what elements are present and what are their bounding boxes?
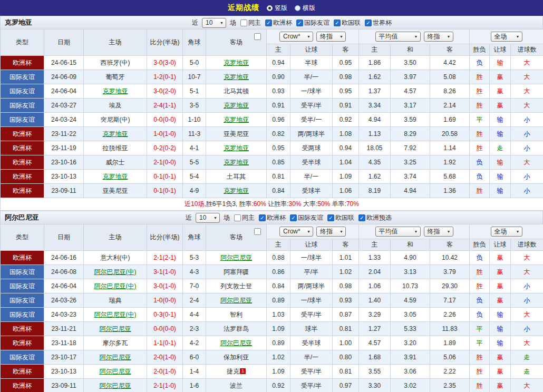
league-checkbox[interactable] [334,19,341,26]
away-team-link[interactable]: 阿塞拜疆 [224,268,249,276]
league-filter-0[interactable]: 欧洲杯 [259,213,286,222]
away-team-link[interactable]: 波兰 [230,382,243,389]
match-row: 欧洲杯23-09-11阿尔巴尼亚2-1(1-0)1-6波兰0.92受平/半0.9… [1,379,543,392]
away-team-link[interactable]: 克罗地亚 [224,159,249,166]
euro-draw-odds: 3.13 [391,265,430,279]
asian-odds-company-select[interactable]: Crow*▼ [279,227,313,237]
corner-cell: 4-3 [183,265,206,279]
away-team-link[interactable]: 克罗地亚 [224,59,249,66]
home-team-link[interactable]: 拉脱维亚 [103,144,128,152]
away-team-link[interactable]: 保加利亚 [224,354,249,361]
league-checkbox[interactable] [327,214,334,221]
league-label: 国际友谊 [304,18,329,27]
home-team-link[interactable]: 突尼斯(中) [101,116,130,123]
match-count-select[interactable]: 10▼ [202,18,226,28]
euro-odds-index-select[interactable]: 终指▼ [424,32,453,42]
home-team-link[interactable]: 阿尔巴尼亚 [100,382,131,389]
euro-odds-index-select[interactable]: 终指▼ [424,227,453,237]
same-home-label: 同主 [248,18,261,27]
league-checkbox[interactable] [296,19,303,26]
asian-odds-company-select[interactable]: Crow*▼ [279,32,313,42]
home-team-link[interactable]: 阿尔巴尼亚 [100,354,131,361]
corner-cell: 5-1 [183,84,206,99]
same-home-toggle[interactable]: 同主 [234,213,255,222]
away-team-link[interactable]: 捷克 [227,368,239,375]
home-team-link[interactable]: 阿尔巴尼亚 [100,325,131,332]
same-home-checkbox[interactable] [240,19,247,26]
home-team-link[interactable]: 克罗地亚 [103,130,128,138]
away-team-link[interactable]: 阿尔巴尼亚 [220,297,252,304]
league-type: 欧洲杯 [1,170,44,184]
league-filter-1[interactable]: 国际友谊 [290,213,323,222]
league-checkbox[interactable] [259,214,266,221]
league-filter-0[interactable]: 欧洲杯 [265,18,292,27]
league-filter-3[interactable]: 欧洲预选 [358,213,392,222]
asian-odds-index-select[interactable]: 终指▼ [316,32,346,42]
away-team-link[interactable]: 克罗地亚 [224,144,249,152]
home-team-link[interactable]: 亚美尼亚 [103,187,128,194]
home-team-link[interactable]: 埃及 [109,102,122,109]
away-team-link[interactable]: 列支敦士登 [220,282,252,290]
league-filter-2[interactable]: 欧国联 [334,18,361,27]
home-team-link[interactable]: 摩尔多瓦 [103,339,128,347]
vertical-layout-option[interactable]: 竖版 [267,4,287,13]
away-team-link[interactable]: 法罗群岛 [224,325,249,332]
league-label: 欧国联 [342,18,361,27]
home-team-link[interactable]: 瑞典 [109,297,122,304]
away-team-link[interactable]: 克罗地亚 [224,187,249,194]
away-team-link[interactable]: 克罗地亚 [224,116,249,123]
radio-unselected-icon[interactable] [295,5,300,11]
odds-filter-checkbox[interactable] [254,33,261,40]
euro-odds-company-select[interactable]: 平均值▼ [375,227,421,237]
home-team-link[interactable]: 克罗地亚 [103,87,128,95]
match-scope-select[interactable]: 全场▼ [491,32,522,42]
odds-filter-checkbox[interactable] [254,228,261,235]
home-team-link[interactable]: 威尔士 [106,159,125,166]
home-team-link[interactable]: 阿尔巴尼亚(中) [94,282,137,290]
away-team-link[interactable]: 克罗地亚 [224,102,249,109]
away-team-link[interactable]: 阿尔巴尼亚 [220,254,252,261]
same-home-checkbox[interactable] [234,214,241,221]
team-name: 克罗地亚 [5,18,32,27]
league-filter-2[interactable]: 欧国联 [327,213,354,222]
away-team-link[interactable]: 北马其顿 [224,87,249,95]
home-team-link[interactable]: 西班牙(中) [101,59,130,66]
league-checkbox[interactable] [265,19,272,26]
home-team-link[interactable]: 克罗地亚 [103,173,128,180]
home-team-link[interactable]: 阿尔巴尼亚 [100,368,131,375]
euro-away-odds: 11.83 [430,322,470,336]
league-checkbox[interactable] [358,214,365,221]
euro-home-odds: 18.05 [359,141,391,155]
league-filter-1[interactable]: 国际友谊 [296,18,329,27]
goals-result-cell: 小 [511,141,543,155]
match-scope-select[interactable]: 全场▼ [491,227,522,237]
same-home-toggle[interactable]: 同主 [240,18,261,27]
away-team-link[interactable]: 克罗地亚 [224,73,249,81]
home-team-link[interactable]: 葡萄牙 [106,73,125,81]
away-team-link[interactable]: 亚美尼亚 [224,130,249,138]
away-team-link[interactable]: 智利 [230,311,243,318]
match-count-select[interactable]: 10▼ [196,213,220,223]
scope-filter-cell: 全场▼ [470,224,543,239]
away-team-link[interactable]: 阿尔巴尼亚 [220,339,252,347]
league-filter-3[interactable]: 世界杯 [365,18,392,27]
league-checkbox[interactable] [365,19,372,26]
asian-odds-index-select[interactable]: 终指▼ [316,227,346,237]
select-value: 全场 [494,227,507,236]
corner-cell: 4-1 [183,141,206,155]
summary-text: ,胜6平1负3, 胜率: [204,200,253,208]
league-label: 世界杯 [373,18,392,27]
asian-handicap: 受平/半 [290,99,333,113]
home-team-link[interactable]: 阿尔巴尼亚(中) [94,311,137,318]
league-checkbox[interactable] [290,214,297,221]
handicap-result-cell: 赢 [490,293,511,308]
away-team-link[interactable]: 土耳其 [227,173,246,180]
asian-home-odds: 0.86 [267,265,290,279]
home-team-link[interactable]: 意大利(中) [101,254,130,261]
asian-home-odds: 1.09 [267,322,290,336]
radio-selected-icon[interactable] [267,5,273,11]
horizontal-layout-option[interactable]: 横版 [295,4,315,13]
euro-odds-company-select[interactable]: 平均值▼ [375,32,421,42]
team-section: 阿尔巴尼亚近10▼场同主欧洲杯国际友谊欧国联欧洲预选类型日期主场比分(半场)角球… [0,211,543,392]
home-team-link[interactable]: 阿尔巴尼亚(中) [94,268,137,276]
